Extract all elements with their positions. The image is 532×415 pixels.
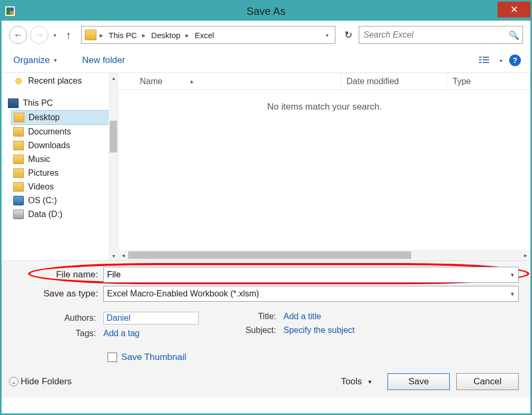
chevron-down-icon: ▼ (53, 58, 58, 63)
toolbar: Organize ▼ New folder ▾ ? (2, 47, 530, 73)
sidebar-item-recent-places[interactable]: Recent places (11, 74, 118, 88)
svg-rect-0 (479, 57, 482, 58)
drv-icon (13, 210, 24, 219)
search-box[interactable]: 🔍 (359, 26, 523, 44)
sidebar-item-pictures[interactable]: Pictures (11, 166, 118, 180)
chevron-right-icon[interactable]: ▸ (99, 26, 104, 43)
sidebar-item-videos[interactable]: Videos (11, 180, 118, 194)
sidebar-scrollbar[interactable]: ▴ ▾ (109, 73, 118, 260)
chevron-right-icon[interactable]: ▸ (141, 26, 147, 43)
drvwin-icon (13, 196, 24, 205)
save-thumbnail-option[interactable]: Save Thumbnail (108, 352, 530, 363)
sidebar-item-label: Desktop (29, 113, 60, 122)
save-as-type-value: Excel Macro-Enabled Workbook (*.xlsm) (107, 289, 259, 299)
new-folder-button[interactable]: New folder (80, 53, 127, 67)
authors-input[interactable] (103, 312, 199, 324)
sidebar-item-data-d-[interactable]: Data (D:) (11, 208, 118, 221)
file-name-label: File name: (2, 269, 103, 280)
empty-message: No items match your search. (119, 90, 530, 112)
sidebar-item-label: Documents (28, 127, 71, 137)
fav-icon (13, 76, 24, 86)
column-header-name[interactable]: Name ▲ (119, 73, 341, 89)
file-list: Name ▲ Date modified Type No items match… (118, 73, 530, 260)
title-label: Title: (230, 312, 283, 321)
svg-rect-4 (483, 59, 489, 60)
nav-row: ← → ▾ ↑ ▸ This PC ▸ Desktop ▸ Excel ▾ ↻ … (2, 21, 530, 47)
subject-field[interactable]: Specify the subject (283, 326, 354, 335)
sidebar-item-label: This PC (23, 98, 53, 108)
fold-icon (13, 141, 24, 150)
title-bar: Save As ✕ (2, 2, 530, 21)
breadcrumb-item[interactable]: This PC (104, 26, 141, 43)
breadcrumb-item[interactable]: Excel (190, 26, 218, 43)
pc-icon (8, 98, 19, 108)
title-field[interactable]: Add a title (283, 312, 321, 321)
fold-icon (14, 113, 24, 122)
chevron-down-icon[interactable]: ▼ (510, 272, 515, 278)
search-icon[interactable]: 🔍 (509, 30, 519, 40)
horizontal-scrollbar[interactable]: ◂ ▸ (119, 250, 530, 260)
view-options-button[interactable] (476, 53, 492, 67)
organize-button[interactable]: Organize ▼ (11, 53, 60, 67)
search-input[interactable] (359, 26, 522, 43)
hide-folders-button[interactable]: ⌄ Hide Folders (9, 376, 72, 387)
scroll-thumb[interactable] (110, 121, 117, 152)
back-button[interactable]: ← (9, 26, 27, 44)
save-thumbnail-label: Save Thumbnail (121, 352, 187, 363)
window-title: Save As (2, 5, 530, 17)
sidebar: Recent placesThis PCDesktopDocumentsDown… (2, 73, 118, 260)
save-thumbnail-checkbox[interactable] (108, 353, 117, 362)
sidebar-item-os-c-[interactable]: OS (C:) (11, 194, 118, 208)
chevron-down-icon: ⌄ (9, 377, 19, 386)
breadcrumb-item[interactable]: Desktop (147, 26, 184, 43)
help-button[interactable]: ? (509, 55, 521, 66)
history-dropdown[interactable]: ▾ (51, 27, 58, 43)
address-bar[interactable]: ▸ This PC ▸ Desktop ▸ Excel ▾ (81, 26, 335, 44)
cancel-button[interactable]: Cancel (456, 373, 519, 390)
tags-field[interactable]: Add a tag (103, 329, 140, 338)
fold-icon (13, 168, 24, 178)
sidebar-item-label: Pictures (28, 168, 59, 178)
column-header-date-modified[interactable]: Date modified (341, 73, 447, 89)
save-as-type-label: Save as type: (2, 288, 103, 299)
file-list-header: Name ▲ Date modified Type (119, 73, 530, 90)
authors-label: Authors: (2, 313, 103, 323)
form-area: File name: ▼ Save as type: Excel Macro-E… (2, 260, 530, 398)
sidebar-item-label: OS (C:) (28, 196, 57, 205)
sidebar-item-this-pc[interactable]: This PC (6, 96, 118, 110)
svg-rect-5 (483, 62, 489, 63)
view-dropdown[interactable]: ▾ (498, 52, 504, 68)
file-name-input[interactable] (107, 267, 518, 282)
sidebar-item-label: Videos (28, 182, 54, 192)
save-button[interactable]: Save (387, 373, 450, 390)
save-as-type-field[interactable]: Excel Macro-Enabled Workbook (*.xlsm) ▼ (103, 286, 519, 302)
chevron-down-icon: ▼ (367, 379, 373, 385)
up-button[interactable]: ↑ (61, 28, 76, 42)
scroll-right-icon[interactable]: ▸ (521, 252, 530, 259)
main-area: Recent placesThis PCDesktopDocumentsDown… (2, 73, 530, 260)
tags-label: Tags: (2, 329, 103, 338)
refresh-button[interactable]: ↻ (341, 26, 356, 44)
close-button[interactable]: ✕ (498, 2, 530, 17)
sidebar-item-desktop[interactable]: Desktop (11, 110, 118, 125)
fold-icon (13, 182, 24, 192)
scroll-up-icon[interactable]: ▴ (109, 73, 118, 83)
file-name-field[interactable]: ▼ (103, 267, 519, 283)
sidebar-item-downloads[interactable]: Downloads (11, 139, 118, 152)
chevron-right-icon[interactable]: ▸ (184, 26, 190, 43)
scroll-thumb[interactable] (128, 251, 411, 259)
svg-rect-3 (483, 57, 489, 58)
sidebar-item-music[interactable]: Music (11, 152, 118, 166)
chevron-down-icon[interactable]: ▼ (510, 291, 515, 297)
scroll-down-icon[interactable]: ▾ (109, 251, 118, 260)
tools-button[interactable]: Tools ▼ (341, 376, 373, 387)
sidebar-item-label: Music (28, 155, 50, 164)
column-header-type[interactable]: Type (447, 73, 530, 89)
folder-icon (85, 30, 96, 40)
address-dropdown[interactable]: ▾ (321, 32, 333, 38)
scroll-left-icon[interactable]: ◂ (119, 252, 128, 259)
sort-indicator-icon: ▲ (189, 78, 194, 84)
forward-button[interactable]: → (30, 26, 48, 44)
sidebar-item-documents[interactable]: Documents (11, 125, 118, 139)
sidebar-item-label: Downloads (28, 141, 70, 150)
